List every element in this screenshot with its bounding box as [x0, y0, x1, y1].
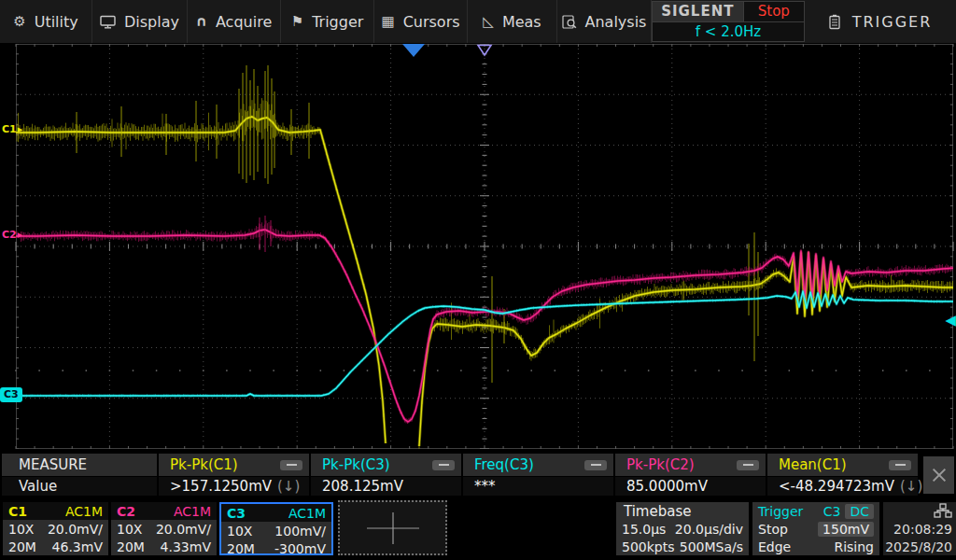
measure-value-1: >157.1250mV(↓) [159, 477, 309, 496]
acquisition-state: Stop [743, 2, 804, 21]
measure-label: Mean(C1) [779, 456, 847, 473]
channel-box-c1[interactable]: C1 AC1M 10X20.0mV/ 20M46.3mV [3, 502, 108, 555]
remove-measure-button[interactable] [432, 460, 455, 470]
channel-marker-c2[interactable]: C2▶ [0, 228, 24, 243]
menu-cursors[interactable]: ▦ Cursors [374, 0, 468, 43]
menu-analysis-label: Analysis [585, 13, 647, 31]
channel-coupling: AC1M [288, 506, 326, 521]
measure-slot-1[interactable]: Pk-Pk(C1) [159, 454, 309, 476]
trigger-position-marker[interactable] [402, 44, 425, 57]
acquire-icon: ∩ [196, 15, 207, 29]
channel-box-c2[interactable]: C2 AC1M 10X20.0mV/ 20M4.33mV [111, 502, 217, 555]
channel-marker-c1[interactable]: C1▶ [0, 122, 24, 137]
trigger-coupling: DC [845, 504, 874, 519]
remove-measure-button[interactable] [737, 460, 759, 470]
close-measure-button[interactable] [923, 456, 954, 494]
siglent-logo: SIGLENT [653, 2, 743, 21]
menu-utility-label: Utility [35, 13, 78, 31]
measure-label: Freq(C3) [474, 456, 534, 473]
channel-chip: C1 [8, 504, 27, 519]
channel-marker-c3[interactable]: C3▶ [0, 387, 22, 402]
trigger-level-marker[interactable]: ◀ [945, 314, 956, 328]
menu-trigger[interactable]: ⚑ Trigger [281, 0, 374, 43]
measure-value-2: 208.125mV [311, 477, 461, 496]
measure-value-row-label: Value [2, 477, 157, 496]
trigger-settings-panel[interactable]: Trigger C3 DC Stop150mV EdgeRising [752, 502, 879, 555]
oscilloscope-screen: ⚙ Utility Display ∩ Acquire ⚑ Trigger ▦ … [0, 0, 956, 560]
measure-slot-2[interactable]: Pk-Pk(C3) [311, 454, 461, 476]
clock-time: 20:08:29 [893, 522, 952, 537]
measure-value-3: *** [463, 477, 613, 496]
channel-coupling: AC1M [65, 504, 103, 519]
measure-label: Pk-Pk(C2) [626, 456, 695, 473]
timebase-title: Timebase [616, 502, 749, 520]
menu-meas[interactable]: ◺ Meas [468, 0, 557, 43]
network-icon [934, 503, 952, 518]
menu-meas-label: Meas [502, 13, 541, 31]
menu-trigger-label: Trigger [312, 13, 363, 31]
clock-panel[interactable]: 20:08:29 2025/8/20 [883, 502, 956, 555]
menu-display-label: Display [124, 13, 179, 31]
trigger-title: Trigger [758, 504, 803, 519]
ruler-icon: ◺ [483, 15, 494, 29]
menu-acquire-label: Acquire [216, 13, 272, 31]
menu-acquire[interactable]: ∩ Acquire [188, 0, 281, 43]
measure-value-4: 85.0000mV [615, 477, 766, 496]
bottom-status-bar: C1 AC1M 10X20.0mV/ 20M46.3mV C2 AC1M 10X… [0, 497, 956, 560]
flag-icon: ⚑ [291, 15, 303, 29]
monitor-icon [100, 15, 116, 29]
top-menu-bar: ⚙ Utility Display ∩ Acquire ⚑ Trigger ▦ … [0, 0, 956, 43]
measure-slot-4[interactable]: Pk-Pk(C2) [615, 454, 766, 476]
waveform-canvas [0, 44, 956, 449]
channel-chip: C3 [227, 506, 246, 521]
menu-cursors-label: Cursors [403, 13, 460, 31]
gear-icon: ⚙ [13, 15, 25, 29]
trigger-frequency: f < 2.0Hz [653, 21, 804, 42]
menu-utility[interactable]: ⚙ Utility [0, 0, 92, 43]
trigger-source: C3 [823, 504, 841, 519]
measure-label: Pk-Pk(C1) [170, 456, 238, 473]
menu-display[interactable]: Display [92, 0, 188, 43]
trigger-history-button[interactable]: TRIGGER [805, 0, 956, 43]
channel-box-c3[interactable]: C3 AC1M 10X100mV/ 20M-300mV [219, 502, 333, 555]
measure-value-5: <-48.294723mV(↓) [767, 477, 918, 496]
channel-coupling: AC1M [174, 504, 211, 519]
trigger-list-icon [829, 14, 840, 30]
channel-chip: C2 [117, 504, 135, 519]
remove-measure-button[interactable] [280, 460, 302, 470]
trigger-delay-marker[interactable] [476, 44, 493, 57]
trigger-panel-label: TRIGGER [852, 13, 933, 31]
measure-bar: MEASURE Pk-Pk(C1) Pk-Pk(C3) Freq(C3) Pk-… [0, 454, 956, 497]
remove-measure-button[interactable] [584, 460, 607, 470]
acquisition-status[interactable]: SIGLENT Stop f < 2.0Hz [652, 1, 805, 42]
magnifier-icon [562, 15, 577, 29]
waveform-display[interactable]: ◀ C1▶C2▶C3▶ [0, 43, 956, 454]
crosshair-icon [366, 511, 420, 545]
grid-icon: ▦ [381, 15, 394, 29]
measure-slot-3[interactable]: Freq(C3) [463, 454, 613, 476]
reference-drop-zone[interactable] [338, 500, 447, 555]
measure-slot-5[interactable]: Mean(C1) [767, 454, 918, 476]
clock-date: 2025/8/20 [885, 539, 952, 554]
timebase-panel[interactable]: Timebase 15.0µs20.0µs/div 500kpts500MSa/… [616, 502, 749, 555]
measure-label: Pk-Pk(C3) [322, 456, 390, 473]
menu-analysis[interactable]: Analysis [557, 0, 652, 43]
measure-title: MEASURE [2, 454, 157, 476]
remove-measure-button[interactable] [889, 460, 911, 470]
